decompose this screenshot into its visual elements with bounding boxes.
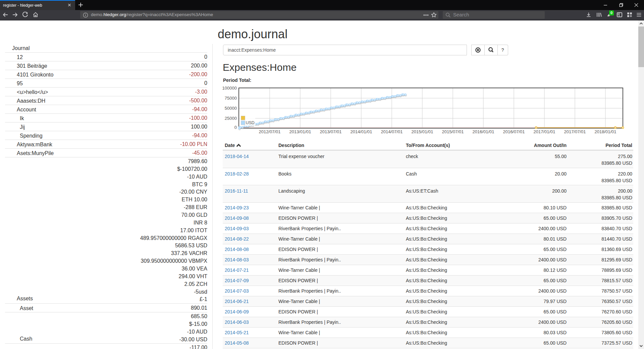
svg-text:2016/07/01: 2016/07/01 <box>503 129 525 134</box>
svg-text:2018/01/01: 2018/01/01 <box>594 129 616 134</box>
svg-text:100000: 100000 <box>222 86 237 91</box>
svg-text:2013/01/01: 2013/01/01 <box>289 129 311 134</box>
svg-text:2017/07/01: 2017/07/01 <box>564 129 586 134</box>
svg-text:2017/01/01: 2017/01/01 <box>533 129 555 134</box>
svg-text:2013/07/01: 2013/07/01 <box>320 129 341 134</box>
svg-text:2014/01/01: 2014/01/01 <box>350 129 372 134</box>
svg-text:2015/07/01: 2015/07/01 <box>442 129 464 134</box>
svg-text:50000: 50000 <box>225 106 237 111</box>
svg-text:0: 0 <box>234 125 237 130</box>
svg-text:USD: USD <box>246 120 255 125</box>
svg-text:2016/01/01: 2016/01/01 <box>472 129 494 134</box>
svg-text:2015/01/01: 2015/01/01 <box>411 129 433 134</box>
svg-text:25000: 25000 <box>225 116 237 121</box>
svg-text:2014/07/01: 2014/07/01 <box>381 129 402 134</box>
svg-text:75000: 75000 <box>225 96 237 101</box>
svg-text:2012/07/01: 2012/07/01 <box>259 129 280 134</box>
